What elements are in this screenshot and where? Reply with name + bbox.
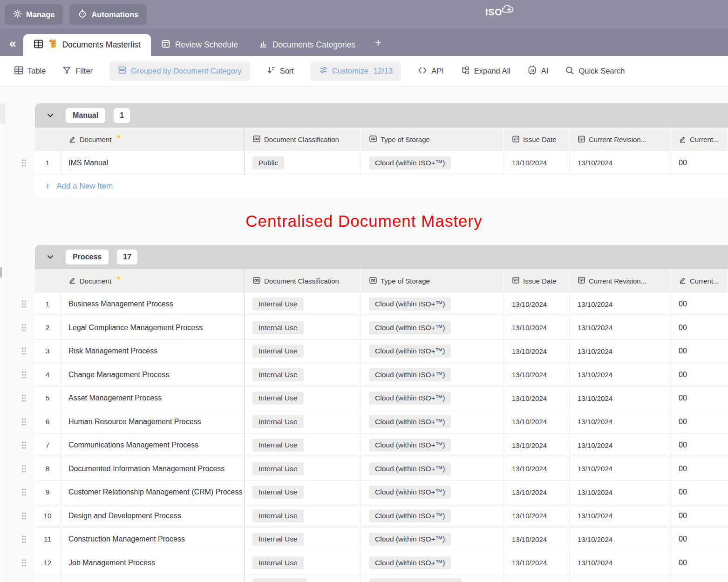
- cell-revision-date[interactable]: 13/10/2024: [570, 481, 671, 504]
- drag-handle-icon[interactable]: [21, 512, 27, 520]
- cell-current[interactable]: 00: [671, 434, 728, 457]
- chevron-down-icon[interactable]: [46, 111, 55, 120]
- row-number[interactable]: 10: [35, 504, 61, 528]
- column-header-0[interactable]: Document★: [61, 128, 245, 151]
- cell-revision-date[interactable]: 13/10/2024: [570, 410, 671, 433]
- tab-review-schedule[interactable]: Review Schedule: [151, 34, 248, 56]
- row-number[interactable]: 2: [35, 316, 61, 339]
- cell-document[interactable]: Legal Compliance Management Process: [61, 316, 245, 339]
- cell-revision-date[interactable]: 13/10/2024: [570, 151, 671, 175]
- customize-button[interactable]: Customize 12/13: [311, 61, 401, 81]
- column-header-3[interactable]: Issue Date: [504, 128, 570, 151]
- cell-issue-date[interactable]: 13/10/2024: [504, 434, 570, 457]
- drag-handle-icon[interactable]: [21, 488, 27, 496]
- column-header-4[interactable]: Current Revision...: [570, 269, 671, 293]
- cell-document[interactable]: Human Resource Management Process: [61, 410, 245, 433]
- drag-handle-icon[interactable]: [21, 441, 27, 449]
- row-number[interactable]: 1: [35, 293, 61, 316]
- cell-storage[interactable]: Cloud (within ISO+™): [361, 340, 504, 363]
- group-header[interactable]: Process17: [35, 245, 728, 269]
- cell-document[interactable]: Risk Management Process: [61, 340, 245, 363]
- cell-classification[interactable]: Internal Use: [245, 481, 361, 504]
- drag-handle-icon[interactable]: [21, 535, 27, 543]
- cell-document[interactable]: Job Management Process: [61, 551, 245, 575]
- chevron-down-icon[interactable]: [46, 252, 55, 262]
- drag-handle-icon[interactable]: [21, 465, 27, 473]
- row-number[interactable]: 11: [35, 528, 61, 551]
- column-header-5[interactable]: Current...: [671, 128, 728, 151]
- cell-document[interactable]: Business Management Process: [61, 293, 245, 316]
- cell-classification[interactable]: Public: [245, 151, 361, 175]
- drag-handle-icon[interactable]: [21, 324, 27, 332]
- add-new-item-button[interactable]: +Add a New Item: [35, 175, 728, 197]
- cell-storage[interactable]: Cloud (within ISO+™): [361, 434, 504, 457]
- quick-search-button[interactable]: Quick Search: [565, 66, 625, 77]
- cell-revision-date[interactable]: 13/10/2024: [570, 457, 671, 480]
- cell-storage[interactable]: Cloud (within ISO+™): [361, 363, 504, 386]
- cell-classification[interactable]: Internal Use: [245, 457, 361, 480]
- column-header-2[interactable]: Type of Storage: [361, 128, 504, 151]
- drag-handle-icon[interactable]: [21, 394, 27, 402]
- cell-revision-date[interactable]: 13/10/2024: [570, 434, 671, 457]
- cell-document[interactable]: Design and Development Process: [61, 504, 245, 528]
- cell-revision-date[interactable]: 13/10/2024: [570, 293, 671, 316]
- cell-current[interactable]: 00: [671, 340, 728, 363]
- cell-storage[interactable]: Cloud (within ISO+™): [361, 410, 504, 433]
- cell-current[interactable]: 00: [671, 457, 728, 480]
- cell-classification[interactable]: Internal Use: [245, 434, 361, 457]
- cell-current[interactable]: 00: [671, 363, 728, 386]
- row-number[interactable]: 7: [35, 434, 61, 457]
- row-number[interactable]: 1: [35, 151, 61, 175]
- cell-issue-date[interactable]: 13/10/2024: [504, 457, 570, 480]
- row-number[interactable]: 3: [35, 340, 61, 363]
- cell-issue-date[interactable]: 13/10/2024: [504, 410, 570, 433]
- cell-storage[interactable]: Cloud (within ISO+™): [361, 551, 504, 575]
- cell-document[interactable]: Customer Relationship Management (CRM) P…: [61, 481, 245, 504]
- cell-current[interactable]: 00: [671, 528, 728, 551]
- drag-handle-icon[interactable]: [21, 371, 27, 379]
- cell-classification[interactable]: Internal Use: [245, 316, 361, 339]
- cell-issue-date[interactable]: 13/10/2024: [504, 528, 570, 551]
- tab-documents-categories[interactable]: Documents Categories: [248, 34, 366, 56]
- cell-current[interactable]: 00: [671, 316, 728, 339]
- cell-storage[interactable]: Cloud (within ISO+™): [361, 481, 504, 504]
- drag-handle-icon[interactable]: [21, 559, 27, 567]
- cell-current[interactable]: 00: [671, 551, 728, 575]
- collapse-sidebar-icon[interactable]: «: [9, 37, 16, 49]
- cell-issue-date[interactable]: 13/10/2024: [504, 504, 570, 528]
- cell-storage[interactable]: Cloud (within ISO+™): [361, 528, 504, 551]
- row-number[interactable]: 5: [35, 387, 61, 410]
- cell-classification[interactable]: Internal Use: [245, 293, 361, 316]
- drag-handle-icon[interactable]: [21, 347, 27, 355]
- cell-issue-date[interactable]: 13/10/2024: [504, 481, 570, 504]
- cell-revision-date[interactable]: 13/10/2024: [570, 504, 671, 528]
- cell-revision-date[interactable]: 13/10/2024: [570, 528, 671, 551]
- cell-issue-date[interactable]: 13/10/2024: [504, 293, 570, 316]
- cell-classification[interactable]: Internal Use: [245, 340, 361, 363]
- cell-issue-date[interactable]: 13/10/2024: [504, 551, 570, 575]
- column-header-2[interactable]: Type of Storage: [361, 269, 504, 293]
- cell-current[interactable]: 00: [671, 504, 728, 528]
- cell-issue-date[interactable]: 13/10/2024: [504, 316, 570, 339]
- cell-classification[interactable]: Internal Use: [245, 387, 361, 410]
- cell-revision-date[interactable]: 13/10/2024: [570, 387, 671, 410]
- cell-current[interactable]: 00: [671, 387, 728, 410]
- tab-documents-masterlist[interactable]: Documents Masterlist: [23, 34, 150, 56]
- cell-classification[interactable]: Internal Use: [245, 551, 361, 575]
- table-menu-button[interactable]: Table: [14, 66, 46, 77]
- drag-handle-icon[interactable]: [21, 300, 27, 308]
- cell-issue-date[interactable]: 13/10/2024: [504, 340, 570, 363]
- gutter-scroll-tick[interactable]: [0, 267, 2, 277]
- cell-issue-date[interactable]: 13/10/2024: [504, 151, 570, 175]
- sort-button[interactable]: Sort: [267, 66, 294, 76]
- row-number[interactable]: 6: [35, 410, 61, 433]
- cell-current[interactable]: 00: [671, 410, 728, 433]
- cell-classification[interactable]: Internal Use: [245, 410, 361, 433]
- filter-button[interactable]: Filter: [62, 66, 93, 76]
- cell-storage[interactable]: Cloud (within ISO+™): [361, 504, 504, 528]
- cell-revision-date[interactable]: 13/10/2024: [570, 340, 671, 363]
- group-header[interactable]: Manual1: [35, 103, 728, 128]
- column-header-4[interactable]: Current Revision...: [570, 128, 671, 151]
- cell-document[interactable]: Asset Management Process: [61, 387, 245, 410]
- cell-document[interactable]: Communications Management Process: [61, 434, 245, 457]
